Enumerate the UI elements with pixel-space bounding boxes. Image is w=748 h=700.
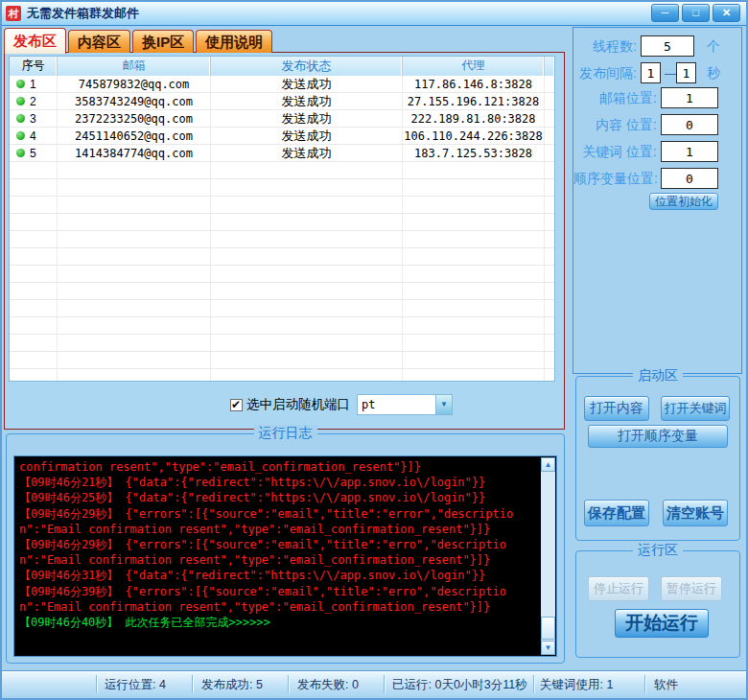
success-dot-icon bbox=[16, 131, 25, 140]
row-no-cell: 3 bbox=[10, 110, 58, 127]
pause-run-button[interactable]: 暂停运行 bbox=[661, 576, 722, 601]
table-row-empty bbox=[10, 300, 554, 317]
run-group: 运行区 停止运行 暂停运行 开始运行 bbox=[575, 550, 740, 658]
table-row-empty bbox=[10, 248, 554, 266]
scroll-down-icon[interactable]: ▼ bbox=[541, 641, 555, 655]
row-email-cell: 2372233250@qq.com bbox=[58, 110, 211, 127]
close-button[interactable]: ✕ bbox=[713, 4, 740, 22]
tab-instructions[interactable]: 使用说明 bbox=[196, 30, 272, 53]
status-separator bbox=[644, 675, 645, 693]
run-log-title: 运行日志 bbox=[254, 425, 317, 442]
tab-change-ip[interactable]: 换IP区 bbox=[132, 30, 194, 53]
port-dropdown[interactable]: pt ▼ bbox=[357, 394, 453, 415]
row-email-cell: 1414384774@qq.com bbox=[58, 145, 211, 161]
column-header-no[interactable]: 序号 bbox=[10, 57, 58, 76]
row-email-cell: 745879832@qq.com bbox=[58, 76, 211, 92]
content-position-input[interactable] bbox=[661, 114, 718, 135]
success-dot-icon bbox=[16, 97, 25, 105]
row-status-cell: 发送成功 bbox=[211, 93, 403, 109]
row-proxy-cell: 222.189.81.80:3828 bbox=[403, 110, 545, 127]
scrollbar-thumb[interactable] bbox=[541, 617, 555, 640]
clear-account-button[interactable]: 清空账号 bbox=[663, 500, 728, 526]
tab-content[interactable]: 内容区 bbox=[68, 30, 130, 53]
dropdown-arrow-icon[interactable]: ▼ bbox=[435, 395, 452, 414]
position-init-button[interactable]: 位置初始化 bbox=[649, 193, 718, 210]
scroll-up-icon[interactable]: ▲ bbox=[541, 457, 555, 472]
email-position-input[interactable] bbox=[661, 87, 718, 108]
interval-to-input[interactable] bbox=[676, 62, 696, 83]
sequence-position-input[interactable] bbox=[661, 168, 718, 189]
success-dot-icon bbox=[16, 114, 25, 123]
open-content-button[interactable]: 打开内容 bbox=[584, 396, 649, 421]
log-line: 【09时46分21秒】 {"data":{"redirect":"https:\… bbox=[19, 475, 537, 490]
status-bar: 运行位置: 4 发布成功: 5 发布失败: 0 已运行: 0天0小时3分11秒 … bbox=[2, 670, 746, 697]
keyword-position-label: 关键词 位置: bbox=[573, 141, 657, 162]
interval-from-input[interactable] bbox=[641, 62, 661, 83]
column-header-spacer bbox=[545, 57, 554, 76]
table-row[interactable]: 3 2372233250@qq.com 发送成功 222.189.81.80:3… bbox=[10, 110, 554, 128]
publish-page: 序号 邮箱 发布状态 代理 1 745879832@qq.com 发送成功 11… bbox=[4, 52, 565, 430]
status-keyword-usage: 关键词使用: 1 bbox=[540, 677, 613, 693]
status-separator bbox=[533, 675, 534, 693]
table-row[interactable]: 4 2451140652@qq.com 发送成功 106.110.244.226… bbox=[10, 128, 554, 145]
table-row[interactable]: 1 745879832@qq.com 发送成功 117.86.146.8:382… bbox=[10, 76, 554, 93]
thread-count-unit: 个 bbox=[707, 35, 720, 57]
table-row-empty bbox=[10, 214, 554, 231]
table-row-empty bbox=[10, 283, 554, 300]
thread-count-input[interactable] bbox=[641, 35, 694, 57]
column-header-email[interactable]: 邮箱 bbox=[58, 57, 211, 76]
table-row-empty bbox=[10, 335, 554, 352]
column-header-proxy[interactable]: 代理 bbox=[403, 57, 545, 76]
table-row[interactable]: 5 1414384774@qq.com 发送成功 183.7.125.53:38… bbox=[10, 145, 554, 162]
row-no-cell: 1 bbox=[10, 76, 58, 92]
console-scrollbar[interactable]: ▲ ▼ bbox=[541, 457, 555, 655]
stop-run-button[interactable]: 停止运行 bbox=[588, 576, 649, 601]
table-row[interactable]: 2 3583743249@qq.com 发送成功 27.155.196.121:… bbox=[10, 93, 554, 110]
interval-unit: 秒 bbox=[707, 62, 720, 83]
table-row-empty bbox=[10, 197, 554, 214]
log-console[interactable]: confirmation resent","type":"email_confi… bbox=[13, 455, 557, 657]
log-line: 【09时46分29秒】 {"errors":[{"source":"email"… bbox=[19, 537, 537, 568]
interval-label: 发布间隔: bbox=[573, 62, 637, 83]
row-status-cell: 发送成功 bbox=[211, 145, 403, 161]
tab-publish[interactable]: 发布区 bbox=[4, 28, 66, 54]
status-separator bbox=[384, 675, 385, 693]
start-group: 启动区 打开内容 打开关键词 打开顺序变量 保存配置 清空账号 bbox=[575, 376, 740, 541]
content-position-label: 内容 位置: bbox=[573, 114, 657, 135]
row-proxy-cell: 117.86.146.8:3828 bbox=[403, 76, 545, 92]
open-sequence-button[interactable]: 打开顺序变量 bbox=[588, 425, 728, 448]
thread-count-label: 线程数: bbox=[573, 35, 637, 57]
window-title: 无需发件箱群发邮件 bbox=[27, 5, 139, 22]
column-header-status[interactable]: 发布状态 bbox=[211, 57, 403, 76]
status-separator bbox=[96, 675, 97, 693]
run-group-title: 运行区 bbox=[633, 542, 683, 559]
row-status-cell: 发送成功 bbox=[211, 110, 403, 127]
start-run-button[interactable]: 开始运行 bbox=[615, 609, 709, 638]
table-row-empty bbox=[10, 179, 554, 197]
email-position-label: 邮箱位置: bbox=[573, 87, 657, 108]
table-row-empty bbox=[10, 266, 554, 283]
log-line: 【09时46分29秒】 {"errors":[{"source":"email"… bbox=[19, 506, 537, 537]
table-row-empty bbox=[10, 352, 554, 369]
minimize-button[interactable]: ─ bbox=[651, 4, 679, 22]
log-line: 【09时46分40秒】 此次任务已全部完成>>>>>> bbox=[19, 615, 537, 630]
status-run-position: 运行位置: 4 bbox=[105, 677, 166, 693]
start-group-title: 启动区 bbox=[633, 367, 683, 385]
status-separator bbox=[288, 675, 289, 693]
row-status-cell: 发送成功 bbox=[211, 76, 403, 92]
status-publish-success: 发布成功: 5 bbox=[201, 677, 263, 693]
row-proxy-cell: 27.155.196.121:3828 bbox=[403, 93, 545, 109]
status-separator bbox=[192, 675, 193, 693]
table-row-empty bbox=[10, 317, 554, 335]
keyword-position-input[interactable] bbox=[661, 141, 718, 162]
table-header-row: 序号 邮箱 发布状态 代理 bbox=[10, 57, 554, 76]
window-controls: ─ □ ✕ bbox=[651, 4, 740, 22]
random-port-checkbox[interactable] bbox=[230, 399, 243, 411]
maximize-button[interactable]: □ bbox=[682, 4, 710, 22]
random-port-row: 选中启动随机端口 pt ▼ bbox=[230, 393, 453, 416]
open-keyword-button[interactable]: 打开关键词 bbox=[661, 396, 730, 421]
save-config-button[interactable]: 保存配置 bbox=[584, 500, 649, 526]
tab-strip: 发布区 内容区 换IP区 使用说明 bbox=[4, 27, 272, 53]
log-line: 【09时46分39秒】 {"errors":[{"source":"email"… bbox=[19, 584, 537, 615]
row-proxy-cell: 106.110.244.226:3828 bbox=[403, 128, 545, 144]
